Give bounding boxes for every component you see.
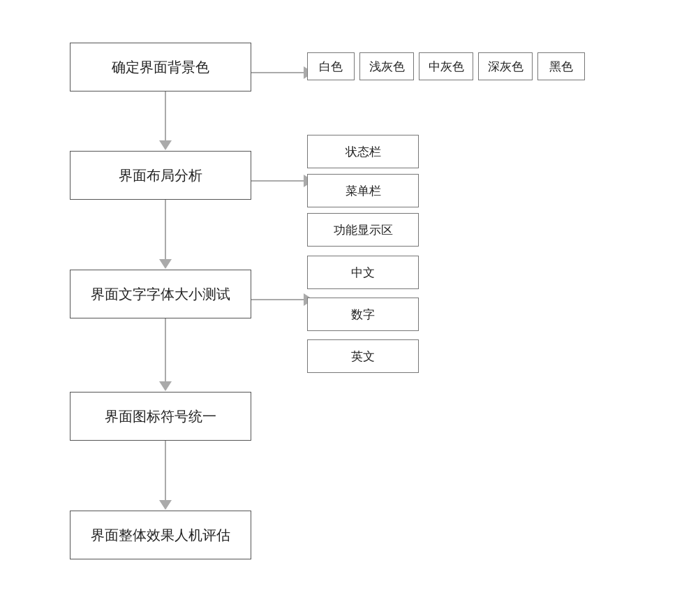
arrow-1-2	[159, 91, 172, 150]
side-box-english: 英文	[307, 339, 419, 373]
side-box-chinese: 中文	[307, 256, 419, 289]
arrow-h-colors	[251, 66, 313, 79]
arrow-h-layout	[251, 175, 313, 187]
side-box-number: 数字	[307, 298, 419, 331]
arrow-3-4	[159, 318, 172, 391]
side-box-light-gray: 浅灰色	[359, 52, 414, 80]
side-box-function-area: 功能显示区	[307, 213, 419, 247]
side-box-black: 黑色	[537, 52, 585, 80]
side-box-menu-bar: 菜单栏	[307, 174, 419, 207]
box-background-color: 确定界面背景色	[70, 43, 251, 91]
box-font-test: 界面文字字体大小测试	[70, 270, 251, 318]
box-overall-evaluation: 界面整体效果人机评估	[70, 511, 251, 559]
diagram-container: 确定界面背景色 界面布局分析 界面文字字体大小测试 界面图标符号统一 界面整体效…	[35, 22, 663, 594]
side-box-white: 白色	[307, 52, 355, 80]
arrow-4-5	[159, 441, 172, 510]
box-icon-unify: 界面图标符号统一	[70, 392, 251, 441]
arrow-2-3	[159, 200, 172, 269]
side-box-status-bar: 状态栏	[307, 135, 419, 168]
side-box-dark-gray: 深灰色	[478, 52, 533, 80]
side-box-mid-gray: 中灰色	[419, 52, 473, 80]
box-layout-analysis: 界面布局分析	[70, 151, 251, 200]
arrow-h-font	[251, 293, 313, 306]
